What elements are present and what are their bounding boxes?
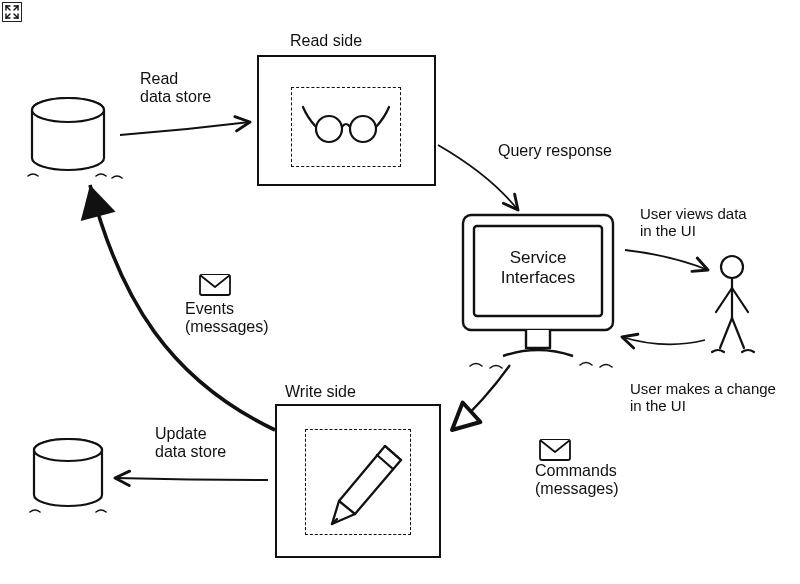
user-makes-change-label: User makes a change in the UI (630, 380, 776, 415)
arrows (0, 0, 800, 584)
events-label: Events (messages) (185, 300, 269, 337)
diagram-canvas: Read side Write side (0, 0, 800, 584)
update-data-store-label: Update data store (155, 425, 226, 462)
commands-label: Commands (messages) (535, 462, 619, 499)
query-response-label: Query response (498, 142, 612, 160)
user-views-label: User views data in the UI (640, 205, 747, 240)
read-data-store-label: Read data store (140, 70, 211, 107)
